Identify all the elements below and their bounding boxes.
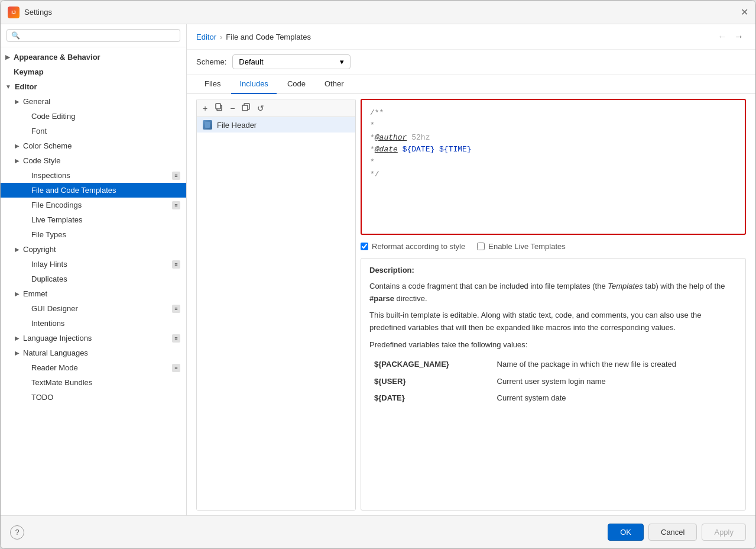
expand-icon: ▶	[15, 350, 20, 356]
badge-icon: ≡	[172, 260, 180, 269]
description-para-2: This built-in template is editable. Alon…	[369, 309, 737, 334]
live-templates-checkbox-label[interactable]: Enable Live Templates	[477, 242, 566, 251]
code-line-1: /**	[370, 107, 736, 120]
sidebar-item-file-encodings[interactable]: File Encodings ≡	[1, 198, 186, 212]
badge-icon: ≡	[172, 201, 180, 209]
search-input[interactable]	[23, 31, 176, 40]
title-bar-left: IJ Settings	[8, 7, 52, 18]
bottom-bar: ? OK Cancel Apply	[1, 515, 755, 548]
description-para-1: Contains a code fragment that can be inc…	[369, 280, 737, 305]
sidebar: 🔍 ▶ Appearance & Behavior Keymap ▼ Edito…	[1, 24, 187, 515]
description-para-3: Predefined variables take the following …	[369, 339, 737, 351]
search-bar: 🔍	[1, 24, 186, 47]
code-line-6: */	[370, 169, 736, 181]
help-button[interactable]: ?	[10, 525, 24, 540]
reformat-checkbox-label[interactable]: Reformat according to style	[361, 242, 465, 251]
add-button[interactable]: +	[200, 102, 210, 114]
app-icon: IJ	[8, 7, 20, 18]
code-line-4: *@date ${DATE} ${TIME}	[370, 144, 736, 156]
scheme-value: Default	[239, 57, 263, 66]
duplicate-button[interactable]	[239, 102, 252, 114]
breadcrumb-separator: ›	[220, 33, 222, 41]
title-bar: IJ Settings ✕	[1, 1, 755, 24]
var-desc-1: Name of the package in which the new fil…	[492, 356, 737, 373]
sidebar-item-font[interactable]: Font	[1, 124, 186, 138]
reformat-checkbox[interactable]	[361, 243, 368, 250]
sidebar-item-keymap[interactable]: Keymap	[1, 64, 186, 79]
ok-button[interactable]: OK	[608, 524, 644, 541]
breadcrumb-parent[interactable]: Editor	[196, 33, 216, 41]
badge-icon: ≡	[172, 334, 180, 343]
expand-icon: ▶	[15, 246, 20, 253]
scheme-label: Scheme:	[196, 57, 226, 66]
scheme-dropdown[interactable]: Default ▾	[232, 54, 351, 69]
file-item-label: File Header	[217, 121, 257, 130]
expand-icon: ▶	[15, 143, 20, 149]
description-box: Description: Contains a code fragment th…	[361, 258, 746, 511]
sidebar-item-code-style[interactable]: ▶ Code Style	[1, 153, 186, 168]
nav-tree: ▶ Appearance & Behavior Keymap ▼ Editor …	[1, 47, 186, 515]
sidebar-item-natural-languages[interactable]: ▶ Natural Languages	[1, 345, 186, 360]
sidebar-item-code-editing[interactable]: Code Editing	[1, 109, 186, 124]
live-templates-checkbox[interactable]	[477, 243, 485, 250]
file-item-header[interactable]: File Header	[197, 117, 355, 133]
var-desc-3: Current system date	[492, 390, 737, 407]
svg-rect-1	[216, 104, 220, 109]
sidebar-item-duplicates[interactable]: Duplicates	[1, 272, 186, 286]
sidebar-item-emmet[interactable]: ▶ Emmet	[1, 286, 186, 301]
close-button[interactable]: ✕	[741, 8, 748, 17]
sidebar-item-textmate-bundles[interactable]: TextMate Bundles	[1, 375, 186, 390]
code-line-2: *	[370, 120, 736, 132]
tab-other[interactable]: Other	[316, 75, 352, 94]
sidebar-item-general[interactable]: ▶ General	[1, 94, 186, 109]
var-desc-2: Current user system login name	[492, 373, 737, 390]
sidebar-item-color-scheme[interactable]: ▶ Color Scheme	[1, 138, 186, 153]
apply-button[interactable]: Apply	[702, 524, 746, 541]
sidebar-item-intentions[interactable]: Intentions	[1, 316, 186, 331]
var-name-3: ${DATE}	[369, 390, 492, 407]
sidebar-item-editor[interactable]: ▼ Editor	[1, 79, 186, 94]
nav-arrows: ← →	[715, 30, 746, 43]
var-name-1: ${PACKAGE_NAME}	[369, 356, 492, 373]
sidebar-item-reader-mode[interactable]: Reader Mode ≡	[1, 360, 186, 375]
sidebar-item-inspections[interactable]: Inspections ≡	[1, 168, 186, 183]
code-editor[interactable]: /** * *@author 52hz *@date ${DATE} ${TIM…	[361, 99, 746, 235]
live-templates-label: Enable Live Templates	[488, 242, 566, 251]
sidebar-item-gui-designer[interactable]: GUI Designer ≡	[1, 301, 186, 316]
remove-button[interactable]: −	[228, 102, 237, 114]
options-row: Reformat according to style Enable Live …	[361, 240, 746, 253]
sidebar-item-live-templates[interactable]: Live Templates	[1, 212, 186, 227]
cancel-button[interactable]: Cancel	[648, 524, 697, 541]
search-icon: 🔍	[11, 31, 20, 40]
sidebar-item-todo[interactable]: TODO	[1, 390, 186, 405]
sidebar-item-file-types[interactable]: File Types	[1, 227, 186, 242]
expand-icon: ▼	[5, 83, 11, 90]
breadcrumb-current: File and Code Templates	[226, 33, 311, 41]
left-panel: + −	[196, 99, 356, 511]
main-panel: Editor › File and Code Templates ← → Sch…	[187, 24, 755, 515]
copy-button[interactable]	[212, 102, 225, 114]
sidebar-item-file-and-code-templates[interactable]: File and Code Templates	[1, 183, 186, 198]
tab-code[interactable]: Code	[279, 75, 314, 94]
sidebar-item-appearance[interactable]: ▶ Appearance & Behavior	[1, 50, 186, 64]
tab-includes[interactable]: Includes	[231, 75, 276, 94]
nav-forward-button[interactable]: →	[732, 30, 746, 43]
reset-button[interactable]: ↺	[255, 102, 267, 114]
expand-icon: ▶	[15, 290, 20, 297]
file-icon	[203, 120, 212, 130]
sidebar-item-inlay-hints[interactable]: Inlay Hints ≡	[1, 257, 186, 272]
settings-window: IJ Settings ✕ 🔍 ▶ Appearance & Behavior	[0, 0, 756, 549]
nav-back-button[interactable]: ←	[715, 30, 729, 43]
var-name-2: ${USER}	[369, 373, 492, 390]
tab-files[interactable]: Files	[196, 75, 229, 94]
action-buttons: OK Cancel Apply	[608, 524, 746, 541]
table-row: ${DATE} Current system date	[369, 390, 737, 407]
left-panel-toolbar: + −	[197, 99, 355, 117]
sidebar-item-language-injections[interactable]: ▶ Language Injections ≡	[1, 331, 186, 345]
variables-table: ${PACKAGE_NAME} Name of the package in w…	[369, 356, 737, 407]
reformat-label: Reformat according to style	[372, 242, 465, 251]
file-list: File Header	[197, 117, 355, 510]
badge-icon: ≡	[172, 364, 180, 372]
sidebar-item-copyright[interactable]: ▶ Copyright	[1, 242, 186, 257]
svg-rect-3	[205, 122, 210, 128]
